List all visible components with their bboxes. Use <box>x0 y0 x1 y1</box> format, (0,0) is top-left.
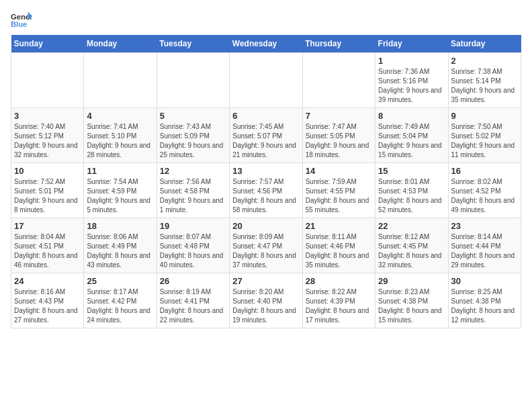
calendar-cell: 20Sunrise: 8:09 AM Sunset: 4:47 PM Dayli… <box>230 218 302 273</box>
header-saturday: Saturday <box>448 35 521 53</box>
calendar-week-3: 10Sunrise: 7:52 AM Sunset: 5:01 PM Dayli… <box>11 163 521 218</box>
calendar-cell: 2Sunrise: 7:38 AM Sunset: 5:14 PM Daylig… <box>448 53 521 108</box>
day-number: 20 <box>232 221 299 231</box>
header-sunday: Sunday <box>11 35 84 53</box>
calendar-cell: 15Sunrise: 8:01 AM Sunset: 4:53 PM Dayli… <box>375 163 448 218</box>
day-info: Sunrise: 8:07 AM Sunset: 4:48 PM Dayligh… <box>160 232 226 270</box>
calendar-cell: 28Sunrise: 8:22 AM Sunset: 4:39 PM Dayli… <box>302 273 375 328</box>
calendar-cell: 9Sunrise: 7:50 AM Sunset: 5:02 PM Daylig… <box>448 108 521 163</box>
header-tuesday: Tuesday <box>157 35 229 53</box>
day-number: 29 <box>378 276 445 286</box>
header-thursday: Thursday <box>302 35 375 53</box>
day-info: Sunrise: 8:01 AM Sunset: 4:53 PM Dayligh… <box>378 177 445 215</box>
day-number: 28 <box>306 276 372 286</box>
day-info: Sunrise: 8:06 AM Sunset: 4:49 PM Dayligh… <box>87 232 153 270</box>
calendar-cell: 1Sunrise: 7:36 AM Sunset: 5:16 PM Daylig… <box>375 53 448 108</box>
calendar-cell: 13Sunrise: 7:57 AM Sunset: 4:56 PM Dayli… <box>230 163 302 218</box>
header-monday: Monday <box>84 35 157 53</box>
day-number: 22 <box>378 221 445 231</box>
calendar-cell: 16Sunrise: 8:02 AM Sunset: 4:52 PM Dayli… <box>448 163 521 218</box>
calendar-cell: 5Sunrise: 7:43 AM Sunset: 5:09 PM Daylig… <box>157 108 229 163</box>
calendar-cell: 24Sunrise: 8:16 AM Sunset: 4:43 PM Dayli… <box>11 273 84 328</box>
day-number: 23 <box>451 221 518 231</box>
calendar-cell: 7Sunrise: 7:47 AM Sunset: 5:05 PM Daylig… <box>302 108 375 163</box>
calendar-week-1: 1Sunrise: 7:36 AM Sunset: 5:16 PM Daylig… <box>11 53 521 108</box>
day-info: Sunrise: 7:52 AM Sunset: 5:01 PM Dayligh… <box>14 177 81 215</box>
day-number: 3 <box>14 111 81 121</box>
page-header: General Blue <box>11 11 521 30</box>
day-number: 27 <box>232 276 299 286</box>
day-info: Sunrise: 7:59 AM Sunset: 4:55 PM Dayligh… <box>306 177 372 215</box>
day-number: 7 <box>306 111 372 121</box>
day-number: 12 <box>160 166 226 176</box>
day-info: Sunrise: 8:14 AM Sunset: 4:44 PM Dayligh… <box>451 232 518 270</box>
svg-text:Blue: Blue <box>11 20 27 28</box>
calendar-cell: 4Sunrise: 7:41 AM Sunset: 5:10 PM Daylig… <box>84 108 157 163</box>
calendar-week-4: 17Sunrise: 8:04 AM Sunset: 4:51 PM Dayli… <box>11 218 521 273</box>
day-info: Sunrise: 7:38 AM Sunset: 5:14 PM Dayligh… <box>451 67 518 105</box>
day-number: 25 <box>87 276 153 286</box>
calendar-cell: 12Sunrise: 7:56 AM Sunset: 4:58 PM Dayli… <box>157 163 229 218</box>
day-info: Sunrise: 7:41 AM Sunset: 5:10 PM Dayligh… <box>87 122 153 160</box>
calendar-cell: 30Sunrise: 8:25 AM Sunset: 4:38 PM Dayli… <box>448 273 521 328</box>
logo: General Blue <box>11 11 32 30</box>
day-info: Sunrise: 7:54 AM Sunset: 4:59 PM Dayligh… <box>87 177 153 215</box>
calendar-header-row: SundayMondayTuesdayWednesdayThursdayFrid… <box>11 35 521 53</box>
day-number: 6 <box>232 111 299 121</box>
calendar-table: SundayMondayTuesdayWednesdayThursdayFrid… <box>11 35 521 328</box>
calendar-cell <box>11 53 84 108</box>
day-info: Sunrise: 7:50 AM Sunset: 5:02 PM Dayligh… <box>451 122 518 160</box>
calendar-cell: 8Sunrise: 7:49 AM Sunset: 5:04 PM Daylig… <box>375 108 448 163</box>
calendar-cell <box>84 53 157 108</box>
calendar-week-2: 3Sunrise: 7:40 AM Sunset: 5:12 PM Daylig… <box>11 108 521 163</box>
day-number: 1 <box>378 56 445 66</box>
day-info: Sunrise: 7:36 AM Sunset: 5:16 PM Dayligh… <box>378 67 445 105</box>
calendar-cell: 18Sunrise: 8:06 AM Sunset: 4:49 PM Dayli… <box>84 218 157 273</box>
header-wednesday: Wednesday <box>230 35 302 53</box>
day-number: 4 <box>87 111 153 121</box>
header-friday: Friday <box>375 35 448 53</box>
day-info: Sunrise: 8:04 AM Sunset: 4:51 PM Dayligh… <box>14 232 81 270</box>
day-number: 16 <box>451 166 518 176</box>
day-number: 2 <box>451 56 518 66</box>
calendar-cell: 23Sunrise: 8:14 AM Sunset: 4:44 PM Dayli… <box>448 218 521 273</box>
day-number: 11 <box>87 166 153 176</box>
day-number: 18 <box>87 221 153 231</box>
calendar-cell <box>302 53 375 108</box>
calendar-week-5: 24Sunrise: 8:16 AM Sunset: 4:43 PM Dayli… <box>11 273 521 328</box>
day-number: 30 <box>451 276 518 286</box>
day-info: Sunrise: 7:47 AM Sunset: 5:05 PM Dayligh… <box>306 122 372 160</box>
day-info: Sunrise: 8:02 AM Sunset: 4:52 PM Dayligh… <box>451 177 518 215</box>
day-info: Sunrise: 7:43 AM Sunset: 5:09 PM Dayligh… <box>160 122 226 160</box>
day-number: 9 <box>451 111 518 121</box>
calendar-cell: 17Sunrise: 8:04 AM Sunset: 4:51 PM Dayli… <box>11 218 84 273</box>
day-info: Sunrise: 8:17 AM Sunset: 4:42 PM Dayligh… <box>87 287 153 325</box>
logo-icon: General Blue <box>11 11 32 30</box>
calendar-cell: 11Sunrise: 7:54 AM Sunset: 4:59 PM Dayli… <box>84 163 157 218</box>
day-info: Sunrise: 8:11 AM Sunset: 4:46 PM Dayligh… <box>306 232 372 270</box>
day-info: Sunrise: 7:40 AM Sunset: 5:12 PM Dayligh… <box>14 122 81 160</box>
day-info: Sunrise: 7:56 AM Sunset: 4:58 PM Dayligh… <box>160 177 226 215</box>
day-info: Sunrise: 8:12 AM Sunset: 4:45 PM Dayligh… <box>378 232 445 270</box>
day-number: 5 <box>160 111 226 121</box>
calendar-cell: 26Sunrise: 8:19 AM Sunset: 4:41 PM Dayli… <box>157 273 229 328</box>
day-number: 10 <box>14 166 81 176</box>
day-number: 24 <box>14 276 81 286</box>
calendar-cell: 22Sunrise: 8:12 AM Sunset: 4:45 PM Dayli… <box>375 218 448 273</box>
calendar-cell: 21Sunrise: 8:11 AM Sunset: 4:46 PM Dayli… <box>302 218 375 273</box>
day-info: Sunrise: 8:25 AM Sunset: 4:38 PM Dayligh… <box>451 287 518 325</box>
calendar-cell <box>157 53 229 108</box>
day-info: Sunrise: 7:45 AM Sunset: 5:07 PM Dayligh… <box>232 122 299 160</box>
day-number: 21 <box>306 221 372 231</box>
day-number: 26 <box>160 276 226 286</box>
day-number: 14 <box>306 166 372 176</box>
calendar-cell: 25Sunrise: 8:17 AM Sunset: 4:42 PM Dayli… <box>84 273 157 328</box>
day-info: Sunrise: 8:22 AM Sunset: 4:39 PM Dayligh… <box>306 287 372 325</box>
day-info: Sunrise: 8:23 AM Sunset: 4:38 PM Dayligh… <box>378 287 445 325</box>
calendar-cell: 29Sunrise: 8:23 AM Sunset: 4:38 PM Dayli… <box>375 273 448 328</box>
day-number: 8 <box>378 111 445 121</box>
calendar-cell: 19Sunrise: 8:07 AM Sunset: 4:48 PM Dayli… <box>157 218 229 273</box>
day-info: Sunrise: 8:16 AM Sunset: 4:43 PM Dayligh… <box>14 287 81 325</box>
day-number: 17 <box>14 221 81 231</box>
calendar-cell: 27Sunrise: 8:20 AM Sunset: 4:40 PM Dayli… <box>230 273 302 328</box>
